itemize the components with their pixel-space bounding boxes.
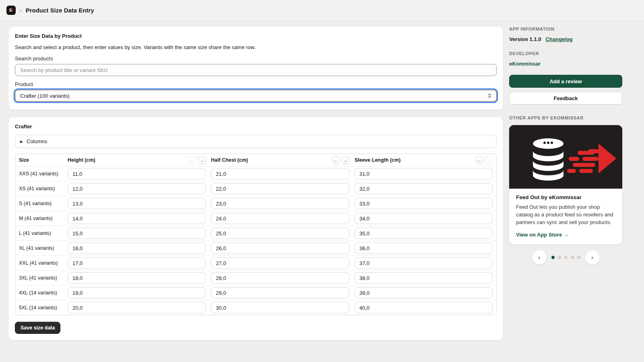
- carousel-dot-active[interactable]: [551, 256, 555, 259]
- table-header-row: Size Height (cm)←→Half Chest (cm)←→Sleev…: [15, 154, 496, 166]
- size-column-header: Size: [19, 157, 62, 163]
- size-value-input[interactable]: [68, 287, 206, 298]
- carousel-dots: [551, 256, 580, 259]
- size-value-input[interactable]: [355, 198, 493, 209]
- add-review-button[interactable]: Add a review: [509, 75, 622, 88]
- other-app-title: Feed Out by eKommissar: [516, 194, 615, 200]
- other-app-description: Feed Out lets you publish your shop cata…: [516, 204, 615, 226]
- size-value-input[interactable]: [211, 213, 349, 224]
- carousel-dot[interactable]: [571, 256, 574, 259]
- app-logo-letter-s: S: [9, 8, 12, 12]
- size-row-label: S (41 variants): [19, 201, 62, 206]
- feed-out-app-image: [509, 125, 622, 189]
- size-value-input[interactable]: [211, 243, 349, 254]
- size-row-label: XXL (41 variants): [19, 260, 62, 266]
- column-label: Height (cm): [68, 157, 95, 163]
- feedback-button[interactable]: Feedback: [509, 92, 622, 105]
- save-size-data-button[interactable]: Save size data: [15, 322, 60, 334]
- database-with-red-arrow-icon: [509, 125, 622, 189]
- select-stepper-icon: [487, 93, 492, 99]
- size-value-input[interactable]: [68, 272, 206, 284]
- size-value-input[interactable]: [68, 302, 206, 313]
- size-table: Size Height (cm)←→Half Chest (cm)←→Sleev…: [15, 154, 497, 315]
- size-row-label: XL (41 variants): [19, 245, 62, 251]
- size-row-label: XXS (41 variants): [19, 171, 62, 177]
- size-value-input[interactable]: [68, 213, 206, 224]
- other-apps-carousel: ‹ ›: [509, 250, 622, 265]
- column-move-buttons: ←→: [188, 156, 206, 164]
- column-move-buttons: ←→: [475, 156, 493, 164]
- app-logo-letter-i: I: [12, 8, 13, 12]
- table-row: XL (41 variants): [15, 241, 496, 255]
- product-select[interactable]: Crafter (100 variants): [15, 90, 497, 102]
- size-value-input[interactable]: [355, 272, 493, 284]
- carousel-dot[interactable]: [558, 256, 561, 259]
- shift-column-right-button[interactable]: →: [342, 156, 349, 164]
- value-column-header: Height (cm)←→: [68, 156, 206, 164]
- other-apps-heading: OTHER APPS BY EKOMMISSAR: [509, 115, 622, 120]
- app-information-heading: APP INFORMATION: [509, 27, 622, 31]
- version-row: Version 1.1.0 Changelog: [509, 36, 622, 42]
- app-logo-icon[interactable]: SI: [6, 6, 16, 15]
- size-value-input[interactable]: [68, 257, 206, 269]
- view-on-app-store-link[interactable]: View on App Store →: [516, 232, 615, 238]
- carousel-prev-button[interactable]: ‹: [532, 250, 547, 265]
- table-row: 4XL (14 variants): [15, 285, 496, 300]
- card-title: Enter Size Data by Product: [15, 33, 497, 39]
- size-value-input[interactable]: [355, 243, 493, 254]
- topbar: SI › Product Size Data Entry: [0, 0, 644, 21]
- shift-column-left-button[interactable]: ←: [475, 156, 483, 164]
- value-column-header: Sleeve Length (cm)←→: [355, 156, 493, 164]
- shift-column-left-button: ←: [188, 156, 196, 164]
- size-value-input[interactable]: [68, 198, 206, 209]
- size-value-input[interactable]: [211, 228, 349, 239]
- columns-toggle[interactable]: ▶ Columns: [20, 138, 491, 144]
- product-select-value: Crafter (100 variants): [20, 93, 70, 99]
- size-row-label: L (41 variants): [19, 230, 62, 236]
- size-value-input[interactable]: [355, 213, 493, 224]
- breadcrumb-chevron-icon: ›: [20, 7, 22, 14]
- size-value-input[interactable]: [68, 183, 206, 194]
- size-value-input[interactable]: [211, 272, 349, 284]
- table-row: M (41 variants): [15, 211, 496, 226]
- carousel-dot[interactable]: [564, 256, 568, 259]
- size-table-card: Crafter ▶ Columns Size Height (cm)←→Half…: [8, 117, 503, 340]
- column-label: Sleeve Length (cm): [355, 157, 401, 163]
- size-value-input[interactable]: [355, 302, 493, 313]
- columns-disclosure: ▶ Columns: [15, 135, 497, 148]
- size-value-input[interactable]: [211, 257, 349, 269]
- size-value-input[interactable]: [211, 287, 349, 298]
- size-row-label: 3XL (41 variants): [19, 275, 62, 281]
- size-value-input[interactable]: [355, 168, 493, 179]
- size-value-input[interactable]: [211, 183, 349, 194]
- product-label: Product: [15, 81, 497, 87]
- enter-size-data-card: Enter Size Data by Product Search and se…: [8, 27, 503, 110]
- size-value-input[interactable]: [211, 302, 349, 313]
- table-row: XXL (41 variants): [15, 255, 496, 270]
- size-value-input[interactable]: [355, 257, 493, 269]
- size-value-input[interactable]: [211, 168, 349, 179]
- size-value-input[interactable]: [68, 228, 206, 239]
- table-row: XXS (41 variants): [15, 166, 496, 181]
- carousel-next-button[interactable]: ›: [585, 250, 600, 265]
- table-row: L (41 variants): [15, 226, 496, 241]
- size-value-input[interactable]: [68, 243, 206, 254]
- shift-column-right-button[interactable]: →: [198, 156, 206, 164]
- changelog-link[interactable]: Changelog: [545, 36, 572, 42]
- card-description: Search and select a product, then enter …: [15, 44, 497, 50]
- size-value-input[interactable]: [355, 287, 493, 298]
- developer-name-link[interactable]: eKommissar: [509, 61, 622, 67]
- size-value-input[interactable]: [68, 168, 206, 179]
- size-value-input[interactable]: [355, 228, 493, 239]
- caret-right-icon: ▶: [20, 140, 23, 144]
- size-value-input[interactable]: [211, 198, 349, 209]
- page-layout: Enter Size Data by Product Search and se…: [0, 21, 644, 348]
- main-column: Enter Size Data by Product Search and se…: [8, 27, 503, 348]
- shift-column-left-button[interactable]: ←: [332, 156, 340, 164]
- search-products-input[interactable]: [15, 64, 497, 76]
- size-value-input[interactable]: [355, 183, 493, 194]
- table-row: 3XL (41 variants): [15, 270, 496, 285]
- size-row-label: M (41 variants): [19, 216, 62, 221]
- carousel-dot[interactable]: [577, 256, 580, 259]
- other-app-card-body: Feed Out by eKommissar Feed Out lets you…: [509, 189, 622, 245]
